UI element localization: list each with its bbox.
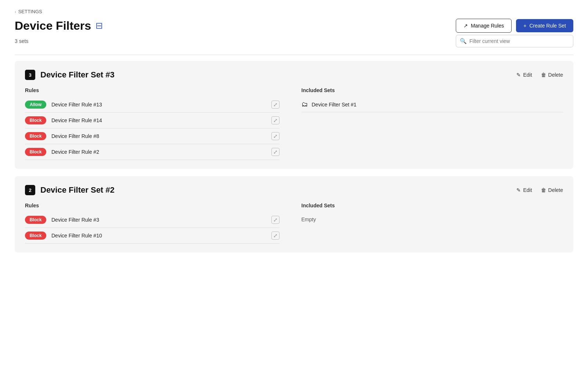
set-badge-3: 3 [25,70,35,80]
manage-rules-button[interactable]: ↗ Manage Rules [456,19,512,33]
edit-set-2-button[interactable]: ✎ Edit [516,187,532,193]
delete-icon-3: 🗑 [541,72,546,78]
set-columns-3: Rules Allow Device Filter Rule #13 ⤢ Blo… [25,87,563,160]
rule-left: Block Device Filter Rule #14 [25,116,102,124]
edit-label-2: Edit [523,187,532,193]
rule-left: Block Device Filter Rule #3 [25,216,99,224]
set-actions-2: ✎ Edit 🗑 Delete [516,187,563,193]
block-badge: Block [25,216,46,224]
manage-rules-label: Manage Rules [471,23,504,29]
set-title-area-3: 3 Device Filter Set #3 [25,70,115,80]
edit-label-3: Edit [523,72,532,78]
set-title-3: Device Filter Set #3 [40,70,115,80]
filter-input[interactable] [456,35,573,47]
rule-left: Block Device Filter Rule #8 [25,132,99,140]
rule-left: Block Device Filter Rule #10 [25,232,102,240]
rule-row: Allow Device Filter Rule #13 ⤢ [25,97,279,113]
delete-label-2: Delete [548,187,563,193]
breadcrumb-arrow-icon: › [15,10,16,14]
rule-row: Block Device Filter Rule #2 ⤢ [25,144,279,160]
included-label-3: Included Sets [302,87,563,93]
rule-name: Device Filter Rule #2 [51,149,99,155]
rule-link-icon[interactable]: ⤢ [271,216,279,224]
rule-row: Block Device Filter Rule #3 ⤢ [25,212,279,228]
edit-set-3-button[interactable]: ✎ Edit [516,72,532,78]
sets-count: 3 sets [15,38,28,44]
rule-row: Block Device Filter Rule #8 ⤢ [25,128,279,144]
included-name: Device Filter Set #1 [312,102,357,108]
col-included-3: Included Sets 🗂 Device Filter Set #1 [294,87,563,160]
set-columns-2: Rules Block Device Filter Rule #3 ⤢ Bloc… [25,203,563,244]
rule-name: Device Filter Rule #14 [51,117,102,123]
stack-icon: 🗂 [302,101,308,108]
set-header-3: 3 Device Filter Set #3 ✎ Edit 🗑 Delete [25,70,563,80]
block-badge: Block [25,132,46,140]
header-actions: ↗ Manage Rules + Create Rule Set [456,19,573,33]
set-badge-2: 2 [25,185,35,195]
delete-icon-2: 🗑 [541,187,546,193]
subheader: 3 sets 🔍 [15,35,573,47]
block-badge: Block [25,148,46,156]
allow-badge: Allow [25,101,46,109]
header-divider [15,55,573,55]
rule-name: Device Filter Rule #13 [51,102,102,108]
rule-row: Block Device Filter Rule #14 ⤢ [25,113,279,128]
breadcrumb[interactable]: › SETTINGS [15,9,573,14]
rule-left: Allow Device Filter Rule #13 [25,101,102,109]
col-rules-3: Rules Allow Device Filter Rule #13 ⤢ Blo… [25,87,294,160]
page-title: Device Filters [15,19,91,33]
block-badge: Block [25,116,46,124]
filter-set-3: 3 Device Filter Set #3 ✎ Edit 🗑 Delete R… [15,61,573,169]
col-included-2: Included Sets Empty [294,203,563,244]
set-actions-3: ✎ Edit 🗑 Delete [516,72,563,78]
document-list-icon: ⊟ [95,21,103,31]
rule-row: Block Device Filter Rule #10 ⤢ [25,228,279,244]
plus-icon: + [523,23,526,29]
filter-set-2: 2 Device Filter Set #2 ✎ Edit 🗑 Delete R… [15,176,573,252]
set-header-2: 2 Device Filter Set #2 ✎ Edit 🗑 Delete [25,185,563,195]
search-icon: 🔍 [460,38,467,44]
page-header: Device Filters ⊟ ↗ Manage Rules + Create… [15,19,573,33]
rule-name: Device Filter Rule #3 [51,217,99,223]
edit-icon-2: ✎ [516,187,521,193]
set-title-2: Device Filter Set #2 [40,185,115,195]
rule-left: Block Device Filter Rule #2 [25,148,99,156]
rules-label-3: Rules [25,87,279,93]
col-rules-2: Rules Block Device Filter Rule #3 ⤢ Bloc… [25,203,294,244]
create-rule-set-button[interactable]: + Create Rule Set [516,19,573,32]
rule-link-icon[interactable]: ⤢ [271,132,279,140]
rules-label-2: Rules [25,203,279,208]
rule-link-icon[interactable]: ⤢ [271,101,279,109]
included-row: 🗂 Device Filter Set #1 [302,97,563,112]
delete-set-2-button[interactable]: 🗑 Delete [541,187,563,193]
set-title-area-2: 2 Device Filter Set #2 [25,185,115,195]
edit-icon-3: ✎ [516,72,521,78]
rule-name: Device Filter Rule #10 [51,233,102,239]
manage-rules-icon: ↗ [463,23,468,29]
empty-text: Empty [302,212,563,222]
rule-link-icon[interactable]: ⤢ [271,116,279,124]
filter-input-wrap: 🔍 [456,35,573,47]
rule-name: Device Filter Rule #8 [51,133,99,139]
included-label-2: Included Sets [302,203,563,208]
rule-link-icon[interactable]: ⤢ [271,232,279,240]
delete-set-3-button[interactable]: 🗑 Delete [541,72,563,78]
create-rule-set-label: Create Rule Set [529,23,566,29]
delete-label-3: Delete [548,72,563,78]
breadcrumb-label: SETTINGS [18,9,42,14]
page-title-area: Device Filters ⊟ [15,19,103,33]
block-badge: Block [25,232,46,240]
rule-link-icon[interactable]: ⤢ [271,148,279,156]
